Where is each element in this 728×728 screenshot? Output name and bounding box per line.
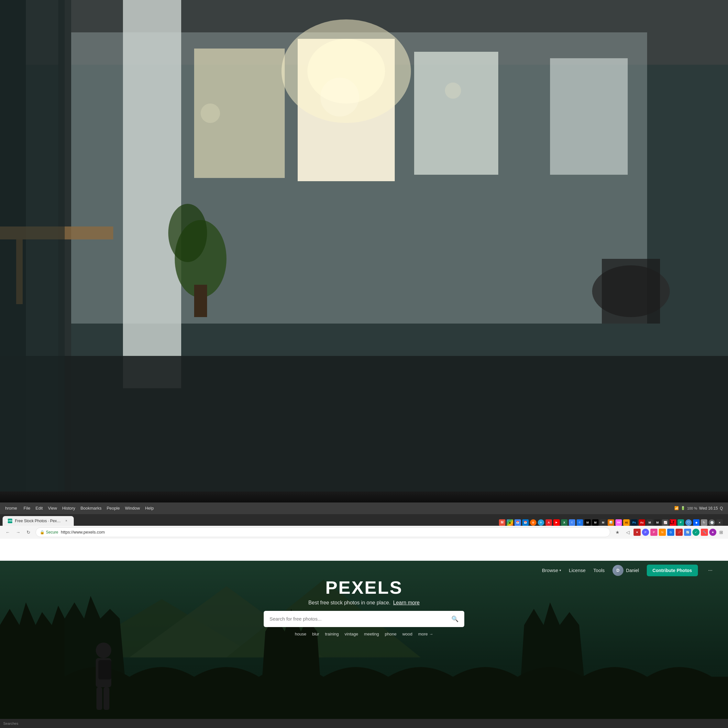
pinned-ext-1[interactable]: ♥ <box>633 529 641 536</box>
menu-bar: hrome File Edit View History Bookmarks P… <box>0 503 728 514</box>
suggestion-meeting[interactable]: meeting <box>364 632 379 636</box>
pexels-ext[interactable]: P <box>678 519 684 526</box>
medium-ext-icon[interactable]: M <box>584 519 591 526</box>
calendar2-ext-icon[interactable]: 📆 <box>522 519 529 526</box>
acrobat2-ext-icon[interactable]: Ac <box>639 519 645 526</box>
refresh-button[interactable]: ↻ <box>24 528 33 537</box>
menu-file[interactable]: File <box>24 506 31 511</box>
tab-bar: PEXELS Free Stock Photos · Pexels × M ▲ … <box>0 514 728 526</box>
tab-close-button[interactable]: × <box>64 518 69 523</box>
menu-history[interactable]: History <box>62 506 75 511</box>
search-input[interactable] <box>269 616 448 621</box>
contribute-photos-button[interactable]: Contribute Photos <box>647 564 698 576</box>
pinned-ext-8[interactable]: ✓ <box>693 529 699 536</box>
reading-list-icon[interactable]: ◁ <box>623 528 632 537</box>
browser-name-label: hrome <box>5 506 17 511</box>
menu-edit[interactable]: Edit <box>35 506 43 511</box>
svg-rect-31 <box>98 660 111 679</box>
learn-more-link[interactable]: Learn more <box>393 600 420 606</box>
browse-nav-link[interactable]: Browse ▾ <box>542 567 561 573</box>
pinned-ext-4[interactable]: N <box>659 529 666 536</box>
menu-people[interactable]: People <box>107 506 120 511</box>
dropbox-ext[interactable]: ◆ <box>693 519 699 526</box>
medium2-ext-icon[interactable]: M <box>592 519 599 526</box>
active-tab[interactable]: PEXELS Free Stock Photos · Pexels × <box>3 516 74 526</box>
svg-point-17 <box>168 204 207 262</box>
address-bar-actions: ★ ◁ ♥ P P N G 📌 🔄 ✓ 🔧 ★ ⊞ <box>613 528 725 537</box>
clock: Wed 16:15 <box>699 506 718 511</box>
tab-close-ext[interactable]: × <box>716 519 723 526</box>
pinned-ext-6[interactable]: 📌 <box>676 529 683 536</box>
taskbar: Searches <box>0 719 728 728</box>
email-ext-icon[interactable]: M <box>499 519 505 526</box>
svg-rect-33 <box>104 687 109 710</box>
refresh-sync-ext[interactable]: ↻ <box>701 519 707 526</box>
medium4-ext-icon[interactable]: M <box>647 519 653 526</box>
system-tray: 📶 🔋 100 % Wed 16:15 Q <box>674 506 723 511</box>
extensions-menu-icon[interactable]: ⊞ <box>718 529 725 536</box>
vpn-ext-icon[interactable]: ⊕ <box>530 519 537 526</box>
drive-ext-icon[interactable]: ▲ <box>507 519 513 526</box>
excel-ext-icon[interactable]: X <box>561 519 567 526</box>
pinned-ext-5[interactable]: G <box>667 529 674 536</box>
youtube-ext-icon[interactable]: ▶ <box>553 519 560 526</box>
address-field[interactable]: 🔒 Secure https://www.pexels.com <box>35 528 610 537</box>
suggestion-more[interactable]: more → <box>418 632 433 636</box>
address-bar-row: ← → ↻ 🔒 Secure https://www.pexels.com ★ … <box>0 526 728 539</box>
pinned-ext-10[interactable]: ★ <box>709 529 716 536</box>
user-profile[interactable]: D Daniel <box>612 565 639 576</box>
user-name: Daniel <box>626 568 639 573</box>
pinned-ext-9[interactable]: 🔧 <box>701 529 708 536</box>
pexels-nav-items: Browse ▾ License Tools D Daniel Contribu… <box>542 564 715 576</box>
pexels-navbar: Browse ▾ License Tools D Daniel Contribu… <box>0 561 728 580</box>
suggestion-wood[interactable]: wood <box>402 632 412 636</box>
adobe-xd-icon[interactable]: Xd <box>615 519 622 526</box>
tab-favicon: PEXELS <box>8 518 12 523</box>
menu-bar-items: File Edit View History Bookmarks People … <box>24 506 154 511</box>
bar-chart-icon[interactable]: 📈 <box>662 519 668 526</box>
more-menu-icon[interactable]: ··· <box>706 566 715 575</box>
pexels-tagline: Best free stock photos in one place. Lea… <box>73 600 655 606</box>
pexels-hero: Browse ▾ License Tools D Daniel Contribu… <box>0 561 728 728</box>
pinned-ext-2[interactable]: P <box>642 529 649 536</box>
monitor-top-bezel <box>0 491 728 503</box>
suggestion-house[interactable]: house <box>295 632 306 636</box>
chrome-ext1[interactable]: C <box>569 519 575 526</box>
security-ext[interactable]: 🛡 <box>685 519 692 526</box>
svg-point-22 <box>445 83 461 99</box>
suggestion-phone[interactable]: phone <box>385 632 396 636</box>
back-button[interactable]: ← <box>3 528 12 537</box>
adobe-ext3[interactable]: Lr <box>670 519 676 526</box>
chrome-ext2[interactable]: C <box>577 519 583 526</box>
svg-rect-19 <box>0 356 728 495</box>
svg-point-29 <box>96 642 111 658</box>
suggestion-training[interactable]: training <box>325 632 339 636</box>
acrobat-ext-icon[interactable]: A <box>546 519 552 526</box>
license-nav-link[interactable]: License <box>569 567 586 573</box>
medium5-ext-icon[interactable]: M <box>654 519 661 526</box>
tab-title: Free Stock Photos · Pexels <box>15 518 61 523</box>
pexels-search-bar[interactable]: 🔍 <box>264 611 464 627</box>
pinned-ext-3[interactable]: P <box>650 529 658 536</box>
ai-ext-icon[interactable]: Ai <box>623 519 630 526</box>
svg-rect-3 <box>123 0 181 388</box>
menu-window[interactable]: Window <box>125 506 140 511</box>
calendar-ext-icon[interactable]: 📅 <box>514 519 521 526</box>
pexels-hero-content: PEXELS Best free stock photos in one pla… <box>73 577 655 636</box>
medium3-ext-icon[interactable]: M <box>600 519 606 526</box>
pinned-ext-7[interactable]: 🔄 <box>684 529 691 536</box>
browse-chevron-icon: ▾ <box>560 569 561 572</box>
bookmark-star-icon[interactable]: ★ <box>613 528 622 537</box>
suggestion-vintage[interactable]: vintage <box>344 632 358 636</box>
battery-icon: 🔋 <box>681 506 685 510</box>
tools-nav-link[interactable]: Tools <box>593 567 605 573</box>
ps-ext-icon[interactable]: Ps <box>631 519 638 526</box>
forward-button[interactable]: → <box>14 528 23 537</box>
menu-view[interactable]: View <box>48 506 57 511</box>
chrome-clock-ext[interactable]: 🕐 <box>708 519 715 526</box>
analytics-ext-icon[interactable]: 📊 <box>608 519 614 526</box>
suggestion-blur[interactable]: blur <box>312 632 320 636</box>
menu-help[interactable]: Help <box>145 506 154 511</box>
menu-bookmarks[interactable]: Bookmarks <box>81 506 102 511</box>
telegram-ext-icon[interactable]: ✈ <box>538 519 544 526</box>
